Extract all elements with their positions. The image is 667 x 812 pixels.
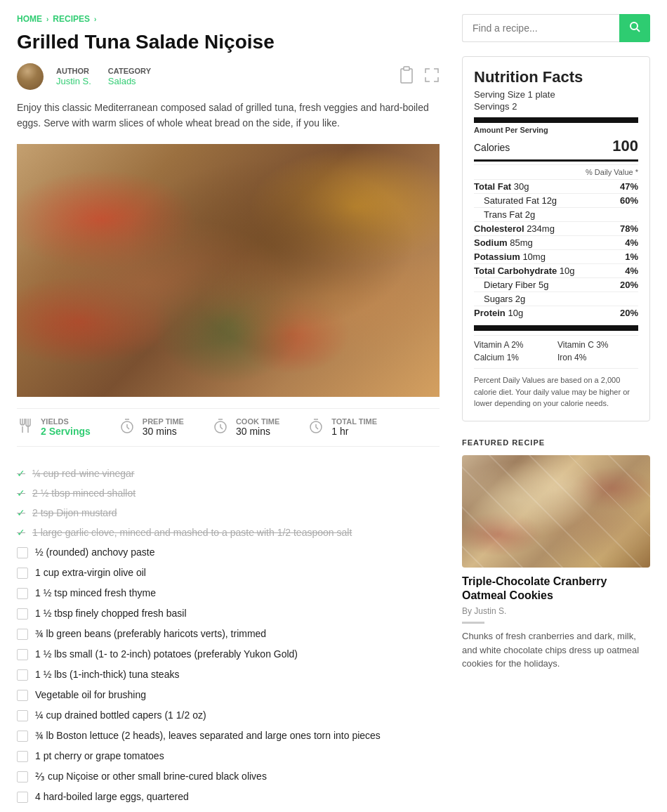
clock-icon-cook [212, 418, 229, 437]
sidebar: Nutrition Facts Serving Size 1 plate Ser… [462, 14, 650, 807]
cook-value: 30 mins [236, 426, 279, 437]
nutrition-row: Cholesterol 234mg 78% [474, 221, 638, 235]
ingredient-checkbox[interactable] [17, 792, 28, 803]
breadcrumb-home[interactable]: HOME [17, 14, 42, 24]
nutrition-row-pct: 78% [620, 223, 638, 234]
ingredient-text: 1 large garlic clove, minced and mashed … [32, 527, 352, 538]
amount-per-serving-label: Amount Per Serving [474, 126, 638, 134]
nutrition-row-label: Protein 10g [474, 308, 523, 318]
nutrition-row-label: Total Carbohydrate 10g [474, 266, 575, 276]
category-label: CATEGORY [108, 67, 151, 75]
nutrition-row-label: Total Fat 30g [474, 181, 529, 192]
category-link[interactable]: Salads [108, 76, 136, 86]
meta-icons [399, 66, 440, 88]
nutrition-vitamin: Vitamin C 3% [557, 340, 638, 350]
nutrition-row-pct: 4% [625, 266, 638, 276]
ingredient-text: 1 cup extra-virgin olive oil [35, 567, 146, 578]
ingredient-checkbox[interactable] [17, 568, 28, 579]
breadcrumb-sep2: › [94, 15, 96, 23]
author-link[interactable]: Justin S. [56, 76, 91, 86]
ingredient-checkbox[interactable] [17, 547, 28, 558]
featured-recipe: FEATURED RECIPE Triple-Chocolate Cranber… [462, 438, 650, 671]
ingredient-item: 4 hard-boiled large eggs, quartered [17, 787, 440, 807]
nutrition-vitamin: Calcium 1% [474, 353, 555, 362]
nutrition-vitamin: Vitamin A 2% [474, 340, 555, 350]
author-label: AUTHOR [56, 67, 91, 75]
nutrition-row-label: Dietary Fiber 5g [484, 280, 549, 290]
ingredient-checkbox[interactable] [17, 608, 28, 620]
dv-header: % Daily Value * [474, 164, 638, 176]
ingredient-item: ¾ lb Boston lettuce (2 heads), leaves se… [17, 726, 440, 746]
ingredient-text: ½ (rounded) anchovy paste [35, 546, 154, 558]
ingredient-item: ⅔ cup Niçoise or other small brine-cured… [17, 766, 440, 787]
avatar [17, 63, 44, 90]
featured-title[interactable]: Triple-Chocolate Cranberry Oatmeal Cooki… [462, 575, 650, 604]
svg-line-12 [637, 29, 640, 32]
cutlery-icon [17, 417, 34, 438]
ingredient-checkbox[interactable] [17, 771, 28, 782]
nutrition-row: Trans Fat 2g [474, 207, 638, 221]
nutrition-rows: Total Fat 30g 47% Saturated Fat 12g 60% … [474, 179, 638, 320]
expand-icon[interactable] [424, 67, 440, 86]
ingredients-list: ✓ ¼ cup red-wine vinegar ✓ 2 ½ tbsp minc… [17, 464, 440, 807]
recipe-image [17, 144, 440, 397]
clock-icon-total [308, 418, 324, 437]
nutrition-row-pct: 47% [620, 181, 638, 192]
nutrition-row-label: Sodium 85mg [474, 237, 533, 248]
nutrition-thin-bar [474, 159, 638, 162]
svg-point-11 [630, 22, 638, 30]
yields-value: 2 Servings [41, 426, 91, 437]
ingredient-item: 1 pt cherry or grape tomatoes [17, 746, 440, 766]
ingredient-item: 1 ½ tsp minced fresh thyme [17, 583, 440, 603]
breadcrumb-recipes[interactable]: RECIPES [53, 14, 90, 24]
ingredient-checkbox[interactable] [17, 629, 28, 640]
nutrition-row: Total Fat 30g 47% [474, 179, 638, 193]
nutrition-row-pct: 20% [620, 308, 638, 318]
cook-label: COOK TIME [236, 417, 279, 426]
ingredient-item: 1 cup extra-virgin olive oil [17, 563, 440, 583]
breadcrumb: HOME › RECIPES › [17, 14, 440, 24]
search-row [462, 14, 650, 42]
ingredient-checkbox[interactable] [17, 751, 28, 762]
ingredient-checkbox[interactable] [17, 669, 28, 681]
featured-divider [462, 622, 484, 624]
nutrition-vitamin: Iron 4% [557, 353, 638, 362]
check-mark-icon: ✓ [17, 468, 25, 479]
ingredient-checkbox[interactable] [17, 588, 28, 599]
clipboard-icon[interactable] [399, 66, 414, 88]
nutrition-row-pct: 20% [620, 280, 638, 290]
ingredient-checkbox[interactable] [17, 710, 28, 721]
nutrition-row-label: Sugars 2g [484, 294, 525, 304]
nutrition-row-pct: 60% [620, 195, 638, 206]
search-button[interactable] [619, 14, 650, 42]
ingredient-text: ¾ lb Boston lettuce (2 heads), leaves se… [35, 730, 381, 741]
featured-label: FEATURED RECIPE [462, 438, 650, 447]
ingredient-item: ¾ lb green beans (preferably haricots ve… [17, 624, 440, 644]
ingredient-checkbox[interactable] [17, 690, 28, 701]
svg-rect-0 [401, 69, 412, 83]
nutrition-serving-size: Serving Size 1 plate [474, 89, 638, 100]
ingredient-item: 1 ½ lbs (1-inch-thick) tuna steaks [17, 664, 440, 685]
clock-icon-prep [119, 418, 136, 437]
meta-labels: AUTHOR Justin S. CATEGORY Salads [56, 67, 151, 86]
yields-label: YIELDS [41, 417, 91, 426]
featured-description: Chunks of fresh cranberries and dark, mi… [462, 629, 650, 671]
total-item: TOTAL TIME 1 hr [308, 417, 377, 437]
nutrition-row-label: Potassium 10mg [474, 251, 546, 262]
ingredient-checkbox[interactable] [17, 649, 28, 660]
nutrition-row-pct: 4% [625, 237, 638, 248]
time-row: YIELDS 2 Servings PREP TIME 30 mins [17, 408, 440, 447]
ingredient-checkbox[interactable] [17, 731, 28, 742]
ingredient-text: Vegetable oil for brushing [35, 689, 146, 700]
total-value: 1 hr [331, 426, 377, 437]
svg-rect-1 [404, 67, 409, 70]
nutrition-row-label: Cholesterol 234mg [474, 223, 555, 234]
search-input[interactable] [462, 14, 619, 42]
nutrition-row: Dietary Fiber 5g 20% [474, 277, 638, 292]
nutrition-row-label: Saturated Fat 12g [484, 195, 557, 206]
prep-value: 30 mins [143, 426, 184, 437]
ingredient-text: 1 pt cherry or grape tomatoes [35, 750, 164, 761]
ingredient-text: ¼ cup drained bottled capers (1 1/2 oz) [35, 709, 206, 721]
nutrition-servings: Servings 2 [474, 101, 638, 112]
ingredient-item: ✓ 2 tsp Dijon mustard [17, 503, 440, 523]
